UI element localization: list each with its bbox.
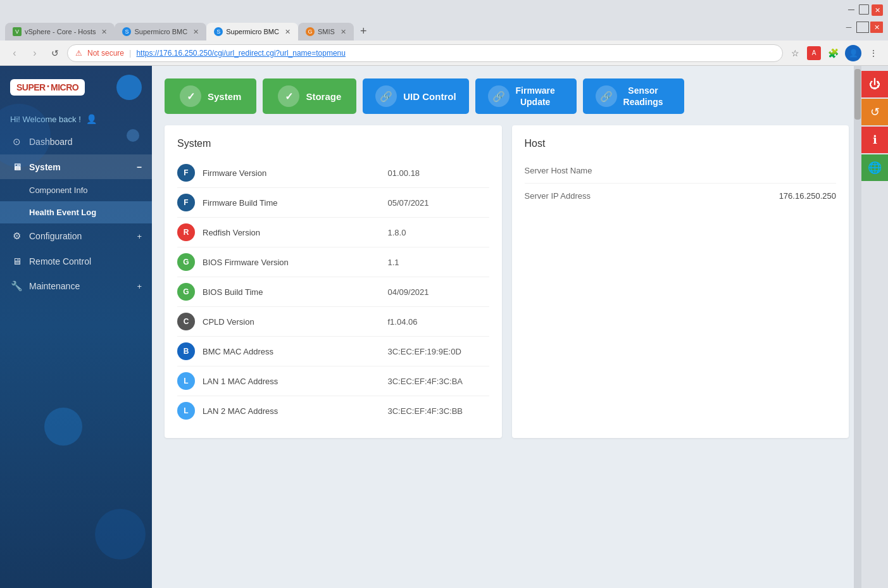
cpld-version-label: CPLD Version (203, 317, 380, 327)
tab-close-smis[interactable]: ✕ (341, 28, 346, 36)
bios-firmware-version-label: BIOS Firmware Version (203, 258, 380, 267)
new-tab-button[interactable]: + (354, 23, 373, 39)
lan2-mac-label: LAN 2 MAC Address (203, 406, 380, 416)
table-row: Server Host Name (525, 158, 837, 184)
refresh-action-button[interactable]: ↺ (861, 99, 888, 125)
user-profile-icon: 👤 (86, 114, 97, 124)
security-warning-icon: ⚠ (75, 49, 82, 58)
window-restore[interactable] (856, 22, 869, 33)
security-warning-text: Not secure (87, 49, 124, 58)
supermicro-logo: SUPER ● MICRO (10, 79, 85, 96)
maintenance-icon: 🔧 (10, 280, 23, 292)
sensor-readings-button[interactable]: 🔗 SensorReadings (583, 78, 684, 114)
firmware-version-label: Firmware Version (203, 168, 380, 178)
table-row: G BIOS Build Time 04/09/2021 (177, 277, 489, 307)
dashboard-icon: ⊙ (10, 136, 23, 147)
extension-icon[interactable]: 🧩 (825, 45, 841, 61)
system-collapse-icon: − (137, 162, 142, 172)
table-row: F Firmware Build Time 05/07/2021 (177, 188, 489, 218)
pdf-icon: A (807, 46, 821, 60)
lan1-mac-value: 3C:EC:EF:4F:3C:BA (388, 377, 489, 386)
uid-control-button-label: UID Control (403, 91, 456, 102)
firmware-update-button[interactable]: 🔗 FirmwareUpdate (475, 78, 577, 114)
sidebar-item-dashboard[interactable]: ⊙ Dashboard (0, 129, 152, 154)
system-button[interactable]: ✓ System (165, 78, 256, 114)
tab-favicon-vsphere: V (13, 27, 22, 36)
tab-favicon-smis: G (306, 27, 315, 36)
tab-label-vsphere: vSphere - Core - Hosts (25, 28, 96, 35)
maximize-button[interactable] (859, 4, 869, 15)
back-button[interactable]: ‹ (6, 45, 23, 61)
sidebar-subitem-health-event-log[interactable]: Health Event Log (0, 201, 152, 223)
sidebar-item-label-remote-control: Remote Control (29, 256, 91, 266)
sidebar-item-label-maintenance: Maintenance (29, 281, 80, 291)
sidebar-item-configuration[interactable]: ⚙ Configuration + (0, 223, 152, 249)
system-button-icon: ✓ (180, 85, 201, 107)
sidebar-subitem-component-info[interactable]: Component Info (0, 179, 152, 201)
bios-build-time-icon: G (177, 283, 195, 301)
close-window-button[interactable]: ✕ (872, 4, 883, 16)
tab-vsphere[interactable]: V vSphere - Core - Hosts ✕ (5, 23, 115, 41)
tab-close-vsphere[interactable]: ✕ (101, 28, 107, 36)
firmware-build-time-icon: F (177, 194, 195, 211)
table-row: C CPLD Version f1.04.06 (177, 307, 489, 337)
address-bar[interactable]: ⚠ Not secure | https://176.16.250.250/cg… (67, 44, 783, 62)
globe-action-button[interactable]: 🌐 (861, 154, 888, 181)
server-host-name-label: Server Host Name (525, 166, 837, 175)
sidebar-item-remote-control[interactable]: 🖥 Remote Control (0, 249, 152, 273)
server-ip-address-value: 176.16.250.250 (779, 191, 836, 201)
firmware-build-time-label: Firmware Build Time (203, 198, 380, 208)
window-minimize[interactable]: ─ (842, 22, 855, 33)
menu-button[interactable]: ⋮ (865, 45, 882, 61)
uid-control-button-icon: 🔗 (375, 85, 397, 107)
address-separator: | (129, 48, 131, 58)
table-row: B BMC MAC Address 3C:EC:EF:19:9E:0D (177, 337, 489, 366)
lan2-mac-icon: L (177, 402, 195, 420)
sidebar-subitem-label-component-info: Component Info (29, 185, 88, 195)
forward-button[interactable]: › (27, 45, 43, 61)
tab-bmc2[interactable]: S Supermicro BMC ✕ (206, 23, 298, 41)
redfish-version-label: Redfish Version (203, 228, 380, 237)
minimize-button[interactable]: ─ (846, 4, 856, 15)
lan2-mac-value: 3C:EC:EF:4F:3C:BB (388, 406, 489, 416)
system-nav-icon: 🖥 (10, 161, 23, 172)
storage-button-icon: ✓ (278, 85, 299, 107)
welcome-text: Hi! Welcome back ! (10, 115, 81, 124)
firmware-build-time-value: 05/07/2021 (388, 198, 489, 208)
tab-close-bmc1[interactable]: ✕ (193, 28, 199, 36)
firmware-update-button-label: FirmwareUpdate (516, 85, 555, 108)
table-row: Server IP Address 176.16.250.250 (525, 184, 837, 208)
cpld-version-value: f1.04.06 (388, 317, 489, 327)
sensor-readings-button-label: SensorReadings (623, 85, 663, 108)
reload-button[interactable]: ↺ (47, 45, 63, 61)
storage-button[interactable]: ✓ Storage (263, 78, 356, 114)
profile-icon[interactable]: 👤 (845, 45, 861, 61)
storage-button-label: Storage (306, 91, 341, 102)
tab-bmc1[interactable]: S Supermicro BMC ✕ (115, 23, 206, 41)
firmware-version-icon: F (177, 164, 195, 182)
bookmark-button[interactable]: ☆ (787, 45, 803, 61)
uid-control-button[interactable]: 🔗 UID Control (363, 78, 468, 114)
tab-label-bmc1: Supermicro BMC (134, 28, 187, 35)
server-ip-address-label: Server IP Address (525, 191, 779, 201)
tab-smis[interactable]: G SMIS ✕ (298, 23, 354, 41)
firmware-update-button-icon: 🔗 (488, 85, 510, 107)
bios-build-time-label: BIOS Build Time (203, 287, 380, 297)
system-card-title: System (177, 138, 489, 149)
sidebar-item-label-dashboard: Dashboard (29, 137, 73, 147)
table-row: F Firmware Version 01.00.18 (177, 158, 489, 188)
window-close[interactable]: ✕ (870, 22, 883, 33)
sensor-readings-button-icon: 🔗 (596, 85, 617, 107)
sidebar-item-maintenance[interactable]: 🔧 Maintenance + (0, 273, 152, 299)
sidebar-item-label-configuration: Configuration (29, 231, 82, 241)
tab-label-smis: SMIS (318, 28, 335, 35)
tab-close-bmc2[interactable]: ✕ (285, 28, 291, 36)
info-action-button[interactable]: ℹ (861, 127, 888, 153)
tab-favicon-bmc2: S (214, 27, 223, 36)
table-row: L LAN 1 MAC Address 3C:EC:EF:4F:3C:BA (177, 366, 489, 396)
power-button[interactable]: ⏻ (861, 71, 888, 97)
bmc-mac-label: BMC MAC Address (203, 347, 380, 356)
cpld-version-icon: C (177, 313, 195, 330)
sidebar-item-system[interactable]: 🖥 System − (0, 154, 152, 179)
system-info-card: System F Firmware Version 01.00.18 F Fir… (165, 125, 502, 438)
